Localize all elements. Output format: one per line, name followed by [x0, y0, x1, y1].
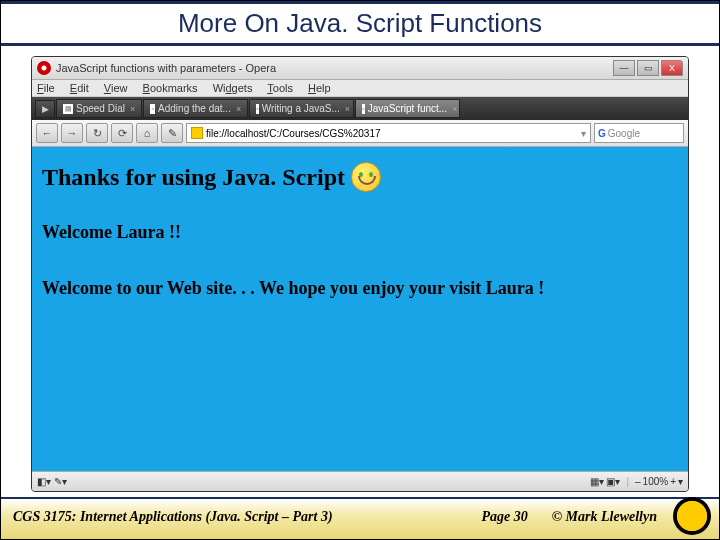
tab-label: JavaScript funct...	[368, 103, 447, 114]
page-heading: Thanks for using Java. Script	[42, 162, 678, 192]
tab-js-functions[interactable]: ▫ JavaScript funct... ×	[355, 99, 460, 118]
home-button[interactable]: ⌂	[136, 123, 158, 143]
tab-label: Adding the dat...	[158, 103, 231, 114]
separator: |	[626, 476, 629, 487]
page-content: Thanks for using Java. Script Welcome La…	[32, 147, 688, 471]
slide: More On Java. Script Functions JavaScrip…	[0, 0, 720, 540]
panel-toggle-button[interactable]: ▶	[35, 100, 55, 118]
status-bar: ◧▾ ✎▾ ▦▾ ▣▾ | – 100% + ▾	[32, 471, 688, 491]
status-right: ▦▾ ▣▾ | – 100% + ▾	[590, 476, 683, 487]
window-title-text: JavaScript functions with parameters - O…	[56, 62, 276, 74]
zoom-dropdown[interactable]: ▾	[678, 476, 683, 487]
zoom-out-button[interactable]: –	[635, 476, 641, 487]
wand-button[interactable]: ✎	[161, 123, 183, 143]
menu-widgets[interactable]: Widgets	[213, 82, 253, 94]
forward-button[interactable]: →	[61, 123, 83, 143]
menu-bookmarks[interactable]: Bookmarks	[143, 82, 198, 94]
page-icon: ▫	[362, 104, 364, 114]
menu-edit[interactable]: Edit	[70, 82, 89, 94]
tab-label: Speed Dial	[76, 103, 125, 114]
menu-view[interactable]: View	[104, 82, 128, 94]
tab-writing-js[interactable]: ▫ Writing a JavaS... ×	[249, 99, 354, 118]
page-icon: ▫	[150, 104, 155, 114]
menu-file[interactable]: File	[37, 82, 55, 94]
search-box[interactable]: G Google	[594, 123, 684, 143]
tab-bar: ▶ ▤ Speed Dial × ▫ Adding the dat... × ▫…	[32, 97, 688, 120]
tab-label: Writing a JavaS...	[262, 103, 340, 114]
tab-close-icon[interactable]: ×	[236, 104, 241, 114]
address-bar[interactable]: file://localhost/C:/Courses/CGS%20317 ▾	[186, 123, 591, 143]
welcome-line-2: Welcome to our Web site. . . We hope you…	[42, 278, 678, 299]
opera-icon	[37, 61, 51, 75]
back-button[interactable]: ←	[36, 123, 58, 143]
tab-close-icon[interactable]: ×	[130, 104, 135, 114]
tab-adding-data[interactable]: ▫ Adding the dat... ×	[143, 99, 248, 118]
zoom-level: 100%	[643, 476, 669, 487]
zoom-in-button[interactable]: +	[670, 476, 676, 487]
address-text: file://localhost/C:/Courses/CGS%20317	[206, 128, 381, 139]
stop-button[interactable]: ⟳	[111, 123, 133, 143]
status-left-controls[interactable]: ◧▾ ✎▾	[37, 476, 67, 487]
file-icon	[191, 127, 203, 139]
opera-browser-window: JavaScript functions with parameters - O…	[31, 56, 689, 492]
google-icon: G	[598, 128, 606, 139]
maximize-button[interactable]: ▭	[637, 60, 659, 76]
page-icon: ▫	[256, 104, 258, 114]
status-view-controls[interactable]: ▦▾ ▣▾	[590, 476, 621, 487]
page-number: Page 30	[481, 509, 527, 525]
ucf-logo	[673, 497, 711, 535]
minimize-button[interactable]: —	[613, 60, 635, 76]
menu-bar: File Edit View Bookmarks Widgets Tools H…	[32, 80, 688, 97]
zoom-control: – 100% + ▾	[635, 476, 683, 487]
speed-dial-icon: ▤	[63, 104, 73, 114]
tab-close-icon[interactable]: ×	[452, 104, 457, 114]
dropdown-icon[interactable]: ▾	[581, 128, 586, 139]
reload-button[interactable]: ↻	[86, 123, 108, 143]
window-buttons: — ▭ X	[613, 60, 683, 76]
navigation-toolbar: ← → ↻ ⟳ ⌂ ✎ file://localhost/C:/Courses/…	[32, 120, 688, 147]
close-button[interactable]: X	[661, 60, 683, 76]
copyright: © Mark Llewellyn	[552, 509, 657, 525]
tab-speed-dial[interactable]: ▤ Speed Dial ×	[56, 99, 142, 118]
welcome-line-1: Welcome Laura !!	[42, 222, 678, 243]
slide-title-bar: More On Java. Script Functions	[1, 1, 719, 46]
course-label: CGS 3175: Internet Applications (Java. S…	[13, 509, 457, 525]
tab-close-icon[interactable]: ×	[345, 104, 350, 114]
menu-tools[interactable]: Tools	[267, 82, 293, 94]
slide-title: More On Java. Script Functions	[1, 8, 719, 39]
smiley-icon	[351, 162, 381, 192]
menu-help[interactable]: Help	[308, 82, 331, 94]
window-titlebar[interactable]: JavaScript functions with parameters - O…	[32, 57, 688, 80]
heading-text: Thanks for using Java. Script	[42, 164, 345, 191]
browser-screenshot-area: JavaScript functions with parameters - O…	[1, 46, 719, 497]
search-placeholder: Google	[608, 128, 640, 139]
slide-footer: CGS 3175: Internet Applications (Java. S…	[1, 497, 719, 539]
